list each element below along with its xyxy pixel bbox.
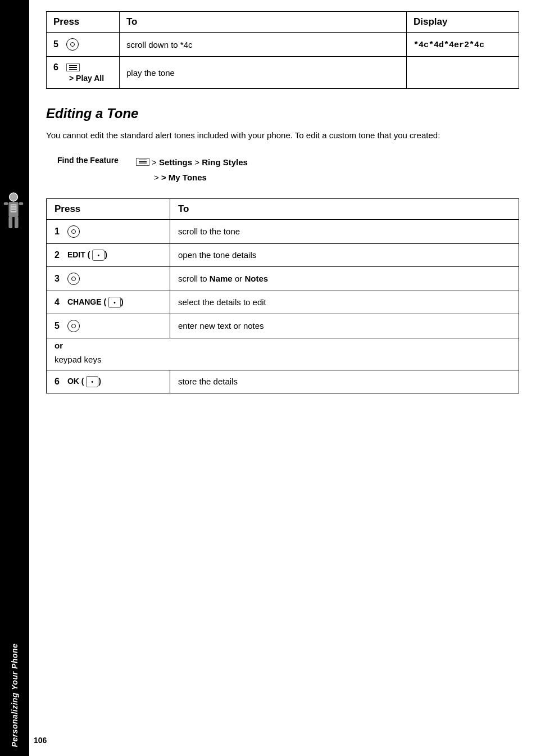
row-num-2: 2	[54, 250, 60, 260]
bottom-row6-to: store the details	[170, 370, 519, 393]
bottom-row5-to: enter new text or notes	[170, 314, 519, 338]
scroll-icon-1	[67, 225, 80, 238]
or-row: or	[47, 338, 519, 352]
or-cell: or	[47, 338, 519, 352]
menu-icon-find	[136, 158, 149, 166]
softkey-change	[108, 297, 121, 308]
row-num-6: 6	[53, 62, 58, 73]
bottom-row3-press: 3	[47, 266, 170, 291]
row-num-1: 1	[54, 227, 60, 237]
row-num-6b: 6	[54, 377, 60, 387]
keypad-cell: keypad keys	[47, 352, 519, 370]
svg-point-1	[10, 193, 17, 201]
bottom-row3-to: scroll to Name or Notes	[170, 266, 519, 291]
keypad-row: keypad keys	[47, 352, 519, 370]
top-table-header-to: To	[120, 12, 407, 33]
svg-rect-3	[8, 216, 12, 228]
bottom-row5-press: 5	[47, 314, 170, 338]
svg-rect-7	[10, 204, 16, 212]
scroll-icon-5	[66, 38, 79, 51]
bottom-row1-press: 1	[47, 219, 170, 243]
top-table-header-display: Display	[407, 12, 519, 33]
play-all-label: > Play All	[69, 74, 104, 83]
ok-label: OK ( )	[67, 376, 101, 387]
section-intro: You cannot edit the standard alert tones…	[46, 129, 519, 142]
row-num-5b: 5	[54, 321, 60, 331]
row-num-4: 4	[54, 297, 60, 307]
find-feature-block: Find the Feature > Settings > Ring Style…	[57, 155, 519, 185]
find-feature-label: Find the Feature	[57, 155, 136, 165]
top-row6-display	[407, 57, 519, 89]
row-num-3: 3	[54, 274, 60, 284]
scroll-icon-3	[67, 273, 80, 285]
table-row: 1 scroll to the tone	[47, 219, 519, 243]
bottom-row6-press: 6 OK ( )	[47, 370, 170, 393]
svg-rect-6	[19, 202, 24, 205]
top-row5-press: 5	[47, 33, 120, 57]
bottom-table: Press To 1 scroll to the tone	[46, 198, 519, 393]
top-row5-display: *4c*4d*4er2*4c	[407, 33, 519, 57]
bottom-row2-to: open the tone details	[170, 243, 519, 266]
table-row: 6 OK ( ) store the details	[47, 370, 519, 393]
main-content: Press To Display 5 scroll down to *4c	[29, 0, 536, 756]
top-row6-to: play the tone	[120, 57, 407, 89]
table-row: 2 EDIT ( ) open the tone details	[47, 243, 519, 266]
table-row: 3 scroll to Name or Notes	[47, 266, 519, 291]
svg-rect-5	[4, 202, 8, 205]
table-row: 5 enter new text or notes	[47, 314, 519, 338]
sidebar-label: Personalizing Your Phone	[10, 644, 19, 748]
menu-icon-6	[66, 64, 80, 72]
top-row6-press: 6 > Play All	[47, 57, 120, 89]
sidebar-figure	[1, 191, 27, 242]
table-row: 5 scroll down to *4c *4c*4d*4er2*4c	[47, 33, 519, 57]
top-row5-to: scroll down to *4c	[120, 33, 407, 57]
page-number: 106	[34, 736, 47, 745]
scroll-icon-5b	[67, 320, 80, 332]
row-num-5: 5	[53, 39, 58, 49]
bottom-row1-to: scroll to the tone	[170, 219, 519, 243]
bottom-table-header-to: To	[170, 198, 519, 219]
sidebar: Personalizing Your Phone	[0, 0, 29, 756]
top-table: Press To Display 5 scroll down to *4c	[46, 11, 519, 89]
table-row: 6 > Play All play the tone	[47, 57, 519, 89]
edit-label: EDIT ( )	[67, 250, 107, 261]
change-label: CHANGE ( )	[67, 297, 124, 308]
find-feature-path: > Settings > Ring Styles > > My Tones	[136, 155, 248, 185]
table-row: 4 CHANGE ( ) select the details to edit	[47, 291, 519, 314]
top-table-header-press: Press	[47, 12, 120, 33]
find-feature-line2: > > My Tones	[154, 173, 207, 182]
find-feature-line1: > Settings > Ring Styles	[152, 155, 248, 170]
softkey-edit	[92, 250, 105, 261]
bottom-row4-to: select the details to edit	[170, 291, 519, 314]
bottom-row4-press: 4 CHANGE ( )	[47, 291, 170, 314]
svg-rect-4	[15, 216, 19, 228]
bottom-table-header-press: Press	[47, 198, 170, 219]
section-heading: Editing a Tone	[46, 106, 519, 121]
bottom-row2-press: 2 EDIT ( )	[47, 243, 170, 266]
softkey-ok	[86, 376, 98, 387]
